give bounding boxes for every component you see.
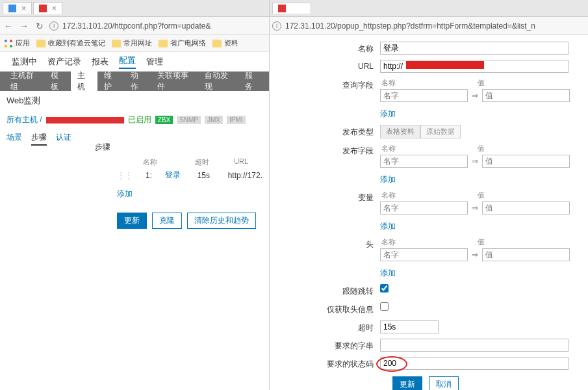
label-name: 名称 (270, 42, 380, 55)
status-enabled: 已启用 (128, 114, 151, 125)
step-timeout: 15s (198, 171, 215, 180)
subnav-maintenance[interactable]: 维护 (97, 66, 124, 96)
forward-icon[interactable]: → (18, 20, 30, 32)
jmx-badge: JMX (205, 116, 223, 124)
post-type-raw[interactable]: 原始数据 (420, 125, 461, 138)
site-info-icon[interactable]: i (49, 21, 58, 31)
bookmark-item[interactable]: 省广电网络 (159, 38, 206, 48)
snmp-badge: SNMP (177, 116, 201, 124)
var-pair-row: ⇒ (380, 202, 582, 214)
update-button[interactable]: 更新 (392, 376, 422, 390)
dialog-buttons: 更新 取消 (270, 376, 582, 390)
label-url: URL (270, 60, 380, 71)
tab-bar: × × (0, 0, 269, 17)
add-var-link[interactable]: 添加 (380, 221, 396, 232)
ipmi-badge: IPMI (227, 116, 246, 124)
query-name-input[interactable] (380, 89, 468, 102)
tab-close-icon[interactable]: × (21, 4, 26, 13)
var-value-input[interactable] (482, 202, 570, 214)
subnav-services[interactable]: 服务 (238, 66, 265, 96)
update-button[interactable]: 更新 (117, 213, 147, 229)
bookmark-item[interactable]: 常用网址 (112, 38, 152, 48)
required-code-input[interactable] (380, 357, 569, 370)
table-row: ⋮⋮ 1: 登录 15s http://172. (117, 167, 262, 183)
folder-icon (36, 40, 45, 47)
tab-steps[interactable]: 步骤 (31, 132, 47, 146)
apps-icon (4, 39, 13, 48)
browser-tab[interactable]: × (33, 2, 62, 14)
address-bar: i 172.31.101.20/popup_httpstep.php?dstfr… (270, 17, 588, 35)
query-value-input[interactable] (482, 89, 570, 102)
zbx-badge: ZBX (155, 116, 173, 124)
label-post-fields: 发布字段 (270, 144, 380, 157)
address-bar: ← → ↻ i 172.31.101.20/httpconf.php?form=… (0, 17, 269, 35)
url-input[interactable] (380, 60, 569, 73)
arrow-icon: ⇒ (472, 157, 478, 166)
tab-scenario[interactable]: 场景 (6, 132, 22, 146)
scenario-tabs: 场景 步骤 认证 (0, 129, 269, 148)
site-info-icon[interactable]: i (272, 21, 281, 31)
head-only-checkbox[interactable] (380, 302, 389, 311)
timeout-input[interactable] (380, 320, 439, 333)
header-name-input[interactable] (380, 248, 468, 261)
add-step-link[interactable]: 添加 (117, 188, 133, 200)
arrow-icon: ⇒ (472, 203, 478, 213)
post-pair-row: ⇒ (380, 155, 582, 168)
header-pair-row: ⇒ (380, 248, 582, 261)
label-head-only: 仅获取头信息 (270, 302, 380, 315)
url-text[interactable]: 172.31.101.20/popup_httpstep.php?dstfrm=… (285, 21, 585, 31)
required-string-input[interactable] (380, 339, 569, 352)
clear-history-button[interactable]: 清除历史和趋势 (187, 213, 256, 229)
tab-close-icon[interactable]: × (52, 4, 57, 13)
steps-label: 步骤 (95, 142, 110, 153)
subnav-hostgroups[interactable]: 主机群组 (4, 66, 44, 96)
step-name-link[interactable]: 登录 (165, 170, 185, 181)
browser-tab[interactable]: × (3, 2, 32, 14)
post-type-form[interactable]: 表格资料 (380, 125, 420, 138)
tab-favicon (39, 5, 47, 12)
breadcrumb-link[interactable]: 所有主机 / (6, 114, 42, 125)
drag-handle-icon[interactable]: ⋮⋮ (117, 171, 133, 180)
var-name-input[interactable] (380, 202, 468, 214)
bookmark-item[interactable]: 资料 (212, 38, 238, 48)
arrow-icon: ⇒ (472, 91, 478, 100)
sub-nav: 主机群组 模板 主机 维护 动作 关联项事件 自动发现 服务 (0, 72, 269, 91)
redacted-host (46, 117, 124, 124)
post-name-input[interactable] (380, 155, 468, 168)
label-variables: 变量 (270, 190, 380, 203)
label-timeout: 超时 (270, 320, 380, 333)
apps-button[interactable]: 应用 (4, 38, 30, 48)
post-value-input[interactable] (482, 155, 570, 168)
add-post-link[interactable]: 添加 (380, 174, 396, 185)
clone-button[interactable]: 克隆 (152, 213, 182, 229)
subnav-correlation[interactable]: 关联项事件 (151, 66, 198, 96)
subnav-hosts[interactable]: 主机 (71, 66, 97, 96)
bookmark-item[interactable]: 收藏到有道云笔记 (36, 38, 105, 48)
tab-favicon (278, 5, 286, 12)
folder-icon (112, 40, 121, 47)
reload-icon[interactable]: ↻ (34, 20, 45, 32)
name-input[interactable] (380, 42, 569, 55)
tab-auth[interactable]: 认证 (56, 132, 71, 146)
tab-bar (270, 0, 588, 17)
label-follow: 跟随跳转 (270, 284, 380, 297)
add-query-link[interactable]: 添加 (380, 109, 396, 120)
url-text[interactable]: 172.31.101.20/httpconf.php?form=update& (62, 21, 266, 31)
steps-table-header: 名称 超时 URL (117, 157, 262, 167)
label-headers: 头 (270, 237, 380, 250)
subnav-discovery[interactable]: 自动发现 (198, 66, 238, 96)
add-header-link[interactable]: 添加 (380, 268, 396, 279)
subnav-templates[interactable]: 模板 (44, 66, 71, 96)
label-query: 查询字段 (270, 78, 380, 91)
breadcrumb: 所有主机 / 已启用 ZBX SNMP JMX IPMI (0, 110, 269, 129)
bookmark-bar: 应用 收藏到有道云笔记 常用网址 省广电网络 资料 (0, 35, 269, 52)
folder-icon (212, 40, 222, 47)
subnav-actions[interactable]: 动作 (124, 66, 151, 96)
label-required-string: 要求的字串 (270, 339, 380, 352)
follow-checkbox[interactable] (380, 284, 389, 292)
arrow-icon: ⇒ (472, 250, 478, 259)
cancel-button[interactable]: 取消 (429, 376, 459, 390)
back-icon[interactable]: ← (3, 20, 14, 32)
header-value-input[interactable] (482, 248, 570, 261)
browser-tab[interactable] (272, 3, 311, 14)
